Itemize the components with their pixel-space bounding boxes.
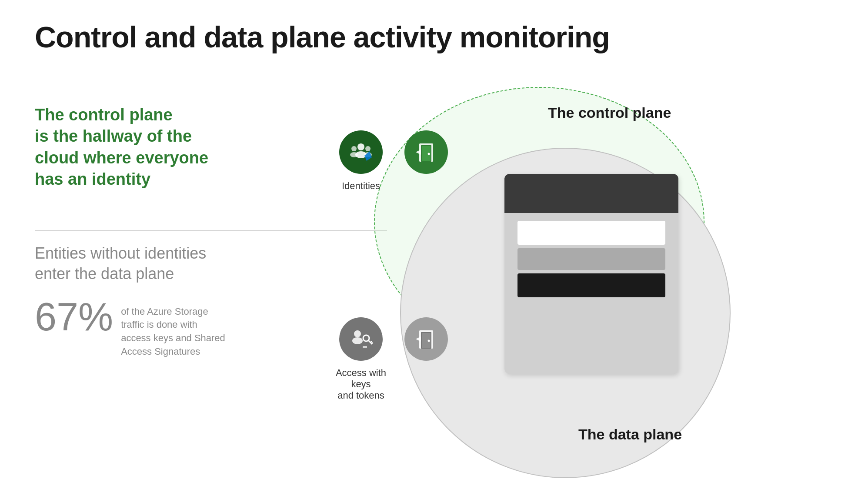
green-heading: The control plane is the hallway of the … [35,104,270,190]
stat-description: of the Azure Storage traffic is done wit… [121,297,225,359]
svg-point-4 [365,146,371,151]
data-door-icon-circle [404,317,448,361]
left-panel: The control plane is the hallway of the … [35,104,270,190]
stat-number: 67% [35,297,113,336]
svg-point-2 [351,146,357,151]
svg-point-11 [428,153,430,155]
door-icon-gray [413,326,439,352]
svg-line-17 [371,341,372,343]
people-icon [348,139,374,165]
svg-point-23 [428,340,430,342]
svg-point-3 [350,152,358,157]
card-white-bar [517,221,665,245]
bottom-left-panel: Entities without identities enter the da… [35,243,270,359]
svg-marker-12 [416,150,421,155]
control-plane-label: The control plane [548,104,671,121]
access-keys-label: Access with keys and tokens [326,367,396,401]
diagram: The control plane The data plane Identit… [304,87,835,400]
card-top-bar [504,174,678,213]
card-mid-bar [517,248,665,270]
svg-point-13 [354,330,361,337]
stat-row: 67% of the Azure Storage traffic is done… [35,297,270,359]
keys-icon [348,326,374,352]
card-dark-bar [517,273,665,297]
svg-point-14 [352,337,363,344]
svg-marker-19 [359,344,367,348]
access-keys-icon-circle [339,317,383,361]
entities-text: Entities without identities enter the da… [35,243,270,284]
svg-marker-24 [416,336,421,342]
identities-label: Identities [333,180,389,192]
door-icon-green [413,139,439,165]
identities-icon-circle [339,130,383,174]
page-title: Control and data plane activity monitori… [35,21,610,53]
server-card [504,174,678,374]
svg-point-15 [363,335,369,341]
svg-point-0 [357,143,364,150]
control-door-icon-circle [404,130,448,174]
data-plane-label: The data plane [578,426,682,443]
